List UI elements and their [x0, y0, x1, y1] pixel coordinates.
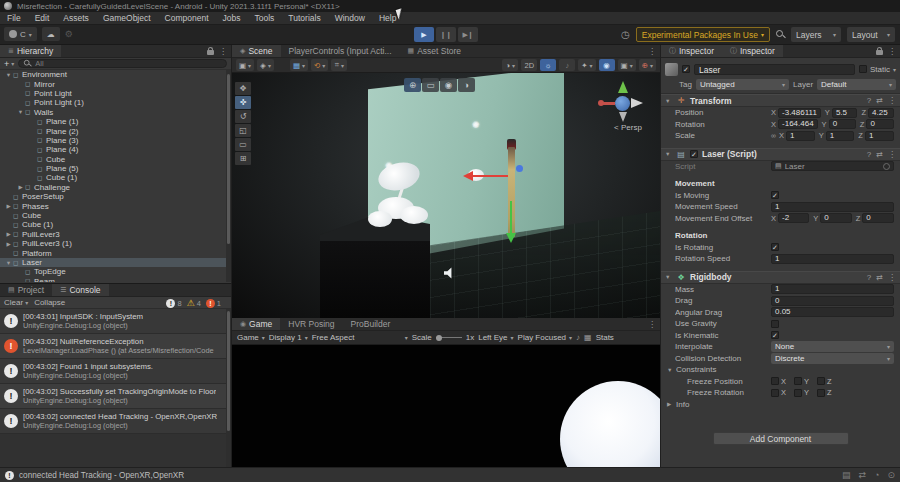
- menu-file[interactable]: File: [0, 12, 28, 25]
- kebab-icon[interactable]: ⋮: [888, 150, 896, 159]
- move-gizmo-x-axis[interactable]: [473, 175, 508, 177]
- scene-tab-playercontrols-input-acti[interactable]: PlayerControls (Input Acti...: [281, 45, 400, 57]
- component-header-rigidbody[interactable]: ▼❖Rigidbody?⇄⋮: [661, 271, 900, 284]
- scene-audio-toggle[interactable]: ♪: [559, 59, 575, 71]
- transform-position-z-field[interactable]: 4.25: [868, 108, 894, 118]
- game-tab-probuilder[interactable]: ProBuilder: [343, 318, 399, 330]
- cloud-button[interactable]: ☁: [42, 27, 60, 41]
- experimental-packages-button[interactable]: Experimental Packages In Use ▾: [636, 27, 770, 42]
- status-progress-icon[interactable]: ◔: [874, 470, 879, 480]
- field-angular-drag[interactable]: 0.05: [771, 307, 894, 317]
- perspective-label[interactable]: < Persp: [598, 123, 658, 132]
- scale-slider[interactable]: [436, 337, 462, 338]
- layer-dropdown[interactable]: Default ▾: [817, 79, 896, 90]
- scene-lighting-toggle[interactable]: ☼: [540, 59, 556, 71]
- error-count-badge[interactable]: ! 1: [206, 299, 221, 308]
- move-gizmo-x-arrow[interactable]: [463, 171, 473, 181]
- help-icon[interactable]: ?: [867, 96, 871, 105]
- static-toggle[interactable]: Static ▾: [859, 65, 896, 74]
- help-icon[interactable]: ?: [867, 273, 871, 282]
- freeze-position-x-checkbox[interactable]: [771, 377, 779, 385]
- hierarchy-search-input[interactable]: All: [18, 59, 227, 68]
- static-checkbox[interactable]: [859, 65, 867, 73]
- snap-increment-dropdown[interactable]: ⌗▾: [331, 59, 347, 71]
- scene-viewport[interactable]: ✺ ✺ ✺ ✥✜↺◱▭⊞ ⊕▭◉◑ < Persp: [232, 73, 660, 318]
- rotate-tool-button[interactable]: ↺: [235, 110, 251, 123]
- account-button[interactable]: C ▾: [4, 27, 37, 41]
- console-entry[interactable]: ![00:43:02] connected Head Tracking - Op…: [0, 409, 231, 434]
- console-entry[interactable]: ![00:43:01] InputSDK : InputSystemUnityE…: [0, 309, 231, 334]
- move-gizmo-y-axis[interactable]: [510, 201, 512, 234]
- lock-icon[interactable]: [207, 50, 214, 55]
- movement-end-offset-x-field[interactable]: -2: [778, 213, 809, 223]
- hierarchy-item-topedge[interactable]: ◻TopEdge: [0, 267, 231, 276]
- expand-arrow[interactable]: ▶: [4, 203, 13, 209]
- field-movement-speed[interactable]: 1: [771, 202, 894, 212]
- draw-mode-dropdown[interactable]: ◑▾: [502, 59, 518, 71]
- expand-arrow[interactable]: ▶: [4, 231, 13, 237]
- menu-assets[interactable]: Assets: [56, 12, 96, 25]
- stats-grid-icon[interactable]: ▦: [584, 333, 592, 342]
- camera-settings-dropdown[interactable]: ▣▾: [618, 59, 636, 71]
- hierarchy-item-laser[interactable]: ▼◻Laser: [0, 258, 231, 267]
- undo-history-icon[interactable]: ◷: [621, 29, 630, 40]
- hand-tool-button[interactable]: ✥: [235, 82, 251, 95]
- eye-dropdown[interactable]: Left Eye▾: [478, 333, 513, 342]
- kebab-icon[interactable]: ⋮: [219, 47, 227, 56]
- foldout-arrow[interactable]: ▼: [665, 151, 672, 157]
- move-gizmo-z-handle[interactable]: [516, 165, 523, 172]
- kebab-icon[interactable]: ⋮: [888, 273, 896, 282]
- transform-rotation-x-field[interactable]: -164.464: [778, 119, 818, 129]
- expand-arrow[interactable]: ▶: [4, 241, 13, 247]
- game-tab-game[interactable]: ◉Game: [232, 318, 280, 330]
- checkbox-is-moving[interactable]: ✓: [771, 191, 779, 199]
- game-tab-hvr-posing[interactable]: HVR Posing: [280, 318, 342, 330]
- menu-gameobject[interactable]: GameObject: [96, 12, 158, 25]
- transform-position-y-field[interactable]: 5.5: [832, 108, 858, 118]
- foldout-arrow[interactable]: ▼: [665, 274, 672, 280]
- gizmo-z-cone[interactable]: [631, 98, 643, 108]
- menu-jobs[interactable]: Jobs: [216, 12, 248, 25]
- help-icon[interactable]: ?: [867, 150, 871, 159]
- checkbox-is-kinematic[interactable]: ✓: [771, 331, 779, 339]
- kebab-icon[interactable]: ⋮: [648, 320, 656, 329]
- transform-scale-x-field[interactable]: 1: [786, 131, 815, 141]
- gizmo-center[interactable]: [615, 96, 630, 111]
- freeze-rotation-y-checkbox[interactable]: [794, 389, 802, 397]
- hierarchy-scrollbar[interactable]: [226, 70, 231, 282]
- menu-component[interactable]: Component: [158, 12, 216, 25]
- field-rotation-speed[interactable]: 1: [771, 254, 894, 264]
- object-picker-icon[interactable]: [883, 163, 890, 170]
- expand-arrow[interactable]: ▼: [16, 109, 25, 115]
- scale-tool-button[interactable]: ◱: [235, 124, 251, 137]
- hierarchy-item-phases[interactable]: ▶◻Phases: [0, 201, 231, 210]
- menu-tools[interactable]: Tools: [248, 12, 282, 25]
- play-button[interactable]: ▶: [414, 27, 434, 42]
- component-enabled-checkbox[interactable]: ✓: [690, 150, 698, 158]
- transform-scale-z-field[interactable]: 1: [865, 131, 894, 141]
- hierarchy-item-pulllever3-1[interactable]: ▶◻PullLever3 (1): [0, 239, 231, 248]
- expand-arrow[interactable]: ▼: [4, 260, 13, 266]
- 2d-toggle[interactable]: 2D: [521, 59, 537, 71]
- status-ok-icon[interactable]: ⊙: [887, 470, 895, 480]
- kebab-icon[interactable]: ⋮: [888, 47, 896, 56]
- overlay-gizmo-target-button[interactable]: ⊕: [404, 78, 421, 92]
- hierarchy-item-cube-1[interactable]: ◻Cube (1): [0, 220, 231, 229]
- log-count-badge[interactable]: ! 8: [166, 299, 181, 308]
- preset-icon[interactable]: ⇄: [876, 150, 883, 159]
- transform-position-x-field[interactable]: -3.486111: [778, 108, 821, 118]
- checkbox-is-rotating[interactable]: ✓: [771, 243, 779, 251]
- scene-visibility-toggle[interactable]: ◉: [599, 59, 615, 71]
- layers-dropdown[interactable]: Layers ▾: [791, 27, 841, 42]
- hierarchy-item-cube[interactable]: ◻Cube: [0, 155, 231, 164]
- overlay-rect-tool-button[interactable]: ▭: [422, 78, 439, 92]
- component-header-laser-script[interactable]: ▼▤✓Laser (Script)?⇄⋮: [661, 148, 900, 161]
- clear-button[interactable]: Clear ▾: [4, 298, 28, 307]
- expand-arrow[interactable]: ▶: [16, 184, 25, 190]
- foldout-arrow[interactable]: ▶: [667, 401, 674, 407]
- warning-count-badge[interactable]: ⚠ 4: [187, 299, 201, 308]
- checkbox-use-gravity[interactable]: [771, 320, 779, 328]
- transform-tool-button[interactable]: ⊞: [235, 152, 251, 165]
- inspector-tab-inspector[interactable]: ⓘInspector: [661, 45, 722, 57]
- layout-dropdown[interactable]: Layout ▾: [847, 27, 895, 42]
